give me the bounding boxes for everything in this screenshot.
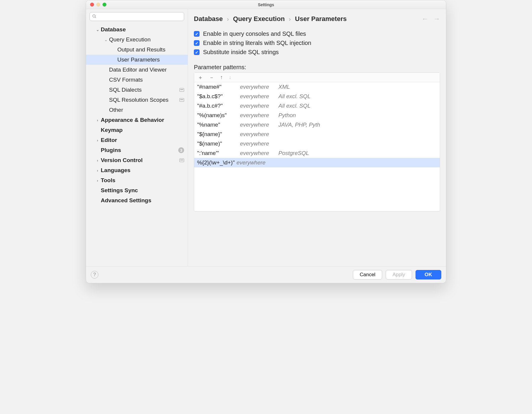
project-scope-icon	[179, 88, 184, 92]
remove-icon[interactable]: －	[209, 74, 214, 81]
pattern-toolbar: ＋ － ↑ ↓	[194, 73, 440, 82]
forward-icon[interactable]: →	[434, 15, 440, 23]
footer: ? Cancel Apply OK	[86, 266, 446, 283]
sidebar-item-label: Data Editor and Viewer	[109, 67, 167, 73]
pattern-row[interactable]: "$(name)"everywhere	[194, 139, 440, 148]
pattern-scope: everywhere	[240, 140, 278, 148]
breadcrumb-item: User Parameters	[295, 15, 347, 23]
chevron-down-icon: ⌄	[104, 38, 108, 42]
sidebar-item[interactable]: ›Editor	[86, 135, 188, 145]
pattern-lang: All excl. SQL	[278, 102, 311, 110]
move-down-icon[interactable]: ↓	[229, 74, 231, 80]
pattern-row[interactable]: "$a.b.c$?"everywhereAll excl. SQL	[194, 92, 440, 101]
project-scope-icon	[179, 159, 184, 162]
sidebar-item-label: Other	[109, 107, 123, 113]
pattern-scope: everywhere	[240, 83, 278, 91]
pattern-text: %{2}(\w+_\d+)"	[197, 159, 235, 167]
sidebar-item[interactable]: SQL Dialects	[86, 85, 188, 95]
chevron-down-icon: ⌄	[95, 28, 100, 32]
pattern-text: "${name}"	[197, 130, 240, 138]
checkbox-row[interactable]: ✓ Enable in query consoles and SQL files	[194, 29, 440, 38]
settings-window: Settings ⌄Database⌄Query ExecutionOutput…	[86, 0, 446, 283]
main-panel: Database › Query Execution › User Parame…	[188, 9, 446, 266]
sidebar-item-label: CSV Formats	[109, 77, 143, 83]
sidebar-item[interactable]: ›Version Control	[86, 155, 188, 165]
sidebar-item[interactable]: Keymap	[86, 125, 188, 135]
pattern-scope: everywhere	[240, 149, 278, 157]
sidebar-item[interactable]: ›Languages	[86, 165, 188, 175]
project-scope-icon	[179, 98, 184, 102]
pattern-row[interactable]: "%name"everywhereJAVA, PHP, Pyth	[194, 120, 440, 130]
breadcrumb: Database › Query Execution › User Parame…	[194, 13, 440, 29]
chevron-right-icon: ›	[289, 16, 291, 22]
sidebar-item[interactable]: SQL Resolution Scopes	[86, 95, 188, 105]
pattern-lang: All excl. SQL	[278, 92, 311, 101]
pattern-text: "#a.b.c#?"	[197, 102, 240, 110]
chevron-right-icon: ›	[95, 118, 100, 122]
badge: 3	[178, 147, 184, 153]
sidebar-item-label: Version Control	[101, 157, 142, 164]
sidebar-item-label: Database	[101, 26, 126, 33]
sidebar-item[interactable]: Data Editor and Viewer	[86, 65, 188, 75]
breadcrumb-item[interactable]: Query Execution	[233, 15, 285, 23]
sidebar-item-label: SQL Dialects	[109, 87, 142, 93]
breadcrumb-item[interactable]: Database	[194, 15, 223, 23]
sidebar-item[interactable]: ›Tools	[86, 175, 188, 185]
checkbox-row[interactable]: ✓ Enable in string literals with SQL inj…	[194, 38, 440, 48]
pattern-lang: Python	[278, 111, 296, 119]
sidebar-item[interactable]: ⌄Database	[86, 25, 188, 35]
pattern-text: "$a.b.c$?"	[197, 92, 240, 101]
help-icon[interactable]: ?	[91, 271, 98, 279]
sidebar-item[interactable]: CSV Formats	[86, 75, 188, 85]
cancel-button[interactable]: Cancel	[353, 270, 382, 279]
sidebar-item[interactable]: Output and Results	[86, 45, 188, 55]
pattern-scope: everywhere	[240, 102, 278, 110]
sidebar-item[interactable]: ›Appearance & Behavior	[86, 115, 188, 125]
sidebar-item[interactable]: User Parameters	[86, 55, 188, 65]
pattern-lang: JAVA, PHP, Pyth	[278, 121, 320, 129]
sidebar-item[interactable]: ⌄Query Execution	[86, 35, 188, 45]
chevron-right-icon: ›	[95, 178, 100, 183]
sidebar-item-label: Appearance & Behavior	[101, 117, 164, 123]
sidebar-item[interactable]: Plugins3	[86, 145, 188, 155]
sidebar-item-label: Settings Sync	[101, 187, 138, 194]
pattern-row[interactable]: %{2}(\w+_\d+)"everywhere	[194, 158, 440, 167]
add-icon[interactable]: ＋	[198, 74, 203, 81]
checkbox-label: Substitute inside SQL strings	[203, 49, 279, 56]
checkbox-checked-icon[interactable]: ✓	[194, 49, 200, 55]
pattern-row[interactable]: "${name}"everywhere	[194, 130, 440, 139]
sidebar-item[interactable]: Settings Sync	[86, 185, 188, 195]
search-icon	[92, 14, 97, 19]
sidebar-item-label: Query Execution	[109, 36, 150, 43]
search-input[interactable]	[90, 12, 184, 21]
sidebar-item-label: Editor	[101, 137, 117, 143]
pattern-text: "%(name)s"	[197, 111, 240, 119]
pattern-lang: PostgreSQL	[278, 149, 309, 157]
move-up-icon[interactable]: ↑	[220, 74, 223, 80]
pattern-text: ":'name'"	[197, 149, 240, 157]
checkbox-label: Enable in query consoles and SQL files	[203, 30, 306, 37]
pattern-row[interactable]: "#a.b.c#?"everywhereAll excl. SQL	[194, 101, 440, 111]
titlebar: Settings	[86, 0, 446, 9]
apply-button[interactable]: Apply	[386, 270, 412, 279]
svg-point-0	[93, 15, 95, 17]
settings-tree: ⌄Database⌄Query ExecutionOutput and Resu…	[86, 23, 188, 263]
checkbox-row[interactable]: ✓ Substitute inside SQL strings	[194, 48, 440, 57]
sidebar-item[interactable]: Other	[86, 105, 188, 115]
sidebar-item-label: Keymap	[101, 127, 123, 133]
pattern-scope: everywhere	[236, 159, 275, 167]
pattern-row[interactable]: ":'name'"everywherePostgreSQL	[194, 148, 440, 158]
pattern-text: "%name"	[197, 121, 240, 129]
sidebar-item[interactable]: Advanced Settings	[86, 195, 188, 206]
pattern-scope: everywhere	[240, 121, 278, 129]
checkbox-checked-icon[interactable]: ✓	[194, 31, 200, 37]
pattern-row[interactable]: "%(name)s"everywherePython	[194, 111, 440, 120]
sidebar-item-label: Tools	[101, 177, 115, 184]
back-icon[interactable]: ←	[422, 15, 428, 23]
checkbox-checked-icon[interactable]: ✓	[194, 40, 200, 46]
ok-button[interactable]: OK	[416, 270, 442, 279]
checkbox-label: Enable in string literals with SQL injec…	[203, 40, 311, 46]
pattern-list: "#name#"everywhereXML"$a.b.c$?"everywher…	[194, 82, 440, 211]
sidebar-item-label: Output and Results	[117, 46, 166, 53]
pattern-row[interactable]: "#name#"everywhereXML	[194, 82, 440, 92]
